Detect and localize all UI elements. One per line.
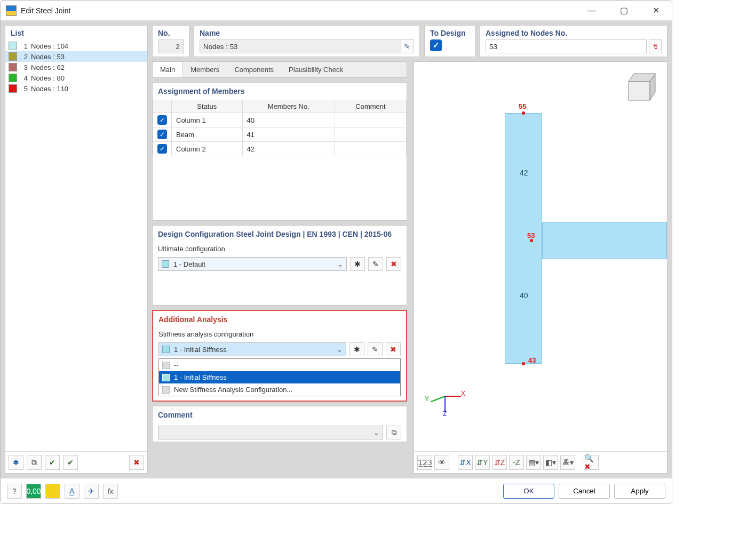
stiffness-config-value: 1 - Initial Siffness — [174, 346, 227, 354]
list-item-label: Nodes : 53 — [31, 53, 65, 61]
units-icon[interactable]: 0,00 — [26, 484, 41, 499]
ultimate-config-combo[interactable]: 1 - Default ⌄ — [158, 257, 347, 271]
design-config-header: Design Configuration Steel Joint Design … — [153, 226, 407, 243]
help-icon[interactable]: ? — [7, 484, 22, 499]
text-style-icon[interactable]: A̲ — [65, 484, 80, 499]
color-icon[interactable] — [45, 484, 60, 499]
dropdown-option[interactable]: -- — [159, 359, 400, 371]
list-item[interactable]: 2 Nodes : 53 — [5, 51, 147, 62]
window-title: Edit Steel Joint — [21, 6, 70, 15]
toolbar-cube-icon[interactable]: ◧▾ — [543, 455, 558, 470]
dropdown-option[interactable]: 1 - Initial Siffness — [159, 371, 400, 383]
toolbar-view-y-icon[interactable]: ⇵Y — [475, 455, 490, 470]
toolbar-zoom-reset-icon[interactable]: 🔍✖ — [584, 455, 599, 470]
delete-config-icon[interactable]: ✖ — [386, 257, 401, 271]
combo-swatch-icon — [162, 260, 169, 268]
option-label: 1 - Initial Siffness — [174, 373, 227, 381]
cell-status: Beam — [172, 127, 243, 142]
node-dot — [522, 362, 525, 365]
cancel-button[interactable]: Cancel — [559, 484, 610, 499]
footer: ? 0,00 A̲ ✈ fx OK Cancel Apply — [1, 478, 672, 503]
apply-button[interactable]: Apply — [614, 484, 665, 499]
row-checkbox[interactable]: ✓ — [157, 130, 167, 139]
toolbar-layers-icon[interactable]: ▤▾ — [526, 455, 541, 470]
model-canvas[interactable]: 55 53 43 42 40 X Y — [414, 62, 667, 451]
fx-icon[interactable]: fx — [103, 484, 118, 499]
list-item-index: 2 — [20, 53, 28, 61]
table-row[interactable]: ✓ Column 2 42 — [153, 142, 407, 156]
rename-icon[interactable]: ✎ — [401, 39, 414, 53]
to-design-checkbox[interactable]: ✓ — [430, 39, 442, 51]
comment-combo[interactable]: ⌄ — [158, 426, 383, 439]
check-green-1-icon[interactable]: ✔ — [45, 455, 60, 470]
tab-members[interactable]: Members — [183, 62, 227, 77]
members-header: Assignment of Members — [153, 83, 407, 100]
list-item-label: Nodes : 110 — [31, 85, 68, 93]
new-stiffness-icon[interactable]: ✱ — [349, 342, 364, 356]
option-label: New Stiffness Analysis Configuration... — [174, 386, 292, 394]
row-checkbox[interactable]: ✓ — [157, 115, 167, 125]
node-label-top: 55 — [519, 102, 526, 110]
send-icon[interactable]: ✈ — [84, 484, 99, 499]
pick-node-icon[interactable]: ↯ — [649, 39, 662, 53]
list-item-label: Nodes : 80 — [31, 74, 65, 82]
option-label: -- — [174, 361, 179, 369]
color-swatch-icon — [9, 84, 17, 93]
close-button[interactable]: ✕ — [645, 5, 666, 15]
comment-copy-icon[interactable]: ⧉ — [386, 426, 401, 439]
title-bar: Edit Steel Joint — ▢ ✕ — [1, 1, 672, 21]
edit-config-icon[interactable]: ✎ — [368, 257, 383, 271]
toolbar-eye-icon[interactable]: 👁 — [434, 455, 449, 470]
members-col-header: Comment — [335, 100, 407, 113]
cell-status: Column 1 — [172, 113, 243, 127]
ok-button[interactable]: OK — [503, 484, 554, 499]
toolbar-view-x-icon[interactable]: ⇵X — [458, 455, 473, 470]
color-swatch-icon — [9, 42, 17, 50]
minimize-button[interactable]: — — [581, 6, 602, 15]
svg-rect-1 — [629, 82, 650, 100]
edit-stiffness-icon[interactable]: ✎ — [368, 342, 383, 356]
toolbar-view-z-icon[interactable]: ⇵Z — [492, 455, 507, 470]
list-item[interactable]: 5 Nodes : 110 — [5, 83, 147, 94]
copy-item-icon[interactable]: ⧉ — [27, 455, 42, 470]
table-row[interactable]: ✓ Column 1 40 — [153, 113, 407, 127]
row-checkbox[interactable]: ✓ — [157, 144, 167, 154]
toolbar-numbering-icon[interactable]: 1̲2̲3̲ — [417, 455, 432, 470]
node-label-mid: 53 — [527, 231, 535, 239]
members-col-header: Status — [172, 100, 243, 113]
tab-plausibility-check[interactable]: Plausibility Check — [281, 62, 351, 77]
table-row[interactable]: ✓ Beam 41 — [153, 127, 407, 142]
orientation-cube-icon[interactable] — [623, 68, 661, 106]
stiffness-config-combo[interactable]: 1 - Initial Siffness ⌄ — [158, 342, 346, 356]
member-column — [505, 113, 542, 364]
model-view-panel: 55 53 43 42 40 X Y — [414, 61, 667, 474]
list-item[interactable]: 3 Nodes : 62 — [5, 62, 147, 73]
delete-stiffness-icon[interactable]: ✖ — [386, 342, 401, 356]
members-col-header — [153, 100, 172, 113]
members-section: Assignment of Members StatusMembers No.C… — [152, 82, 407, 221]
to-design-label: To Design — [430, 29, 470, 37]
name-input[interactable] — [200, 39, 401, 53]
stiffness-sublabel: Stiffness analysis configuration — [153, 328, 406, 340]
comment-section: Comment ⌄ ⧉ — [152, 406, 407, 442]
delete-item-icon[interactable]: ✖ — [129, 455, 144, 470]
tab-main[interactable]: Main — [153, 62, 183, 77]
option-swatch-icon — [162, 362, 170, 369]
list-item[interactable]: 4 Nodes : 80 — [5, 73, 147, 83]
toolbar-view-negz-icon[interactable]: -Z — [509, 455, 524, 470]
maximize-button[interactable]: ▢ — [613, 5, 634, 15]
no-input[interactable] — [158, 39, 184, 53]
check-green-2-icon[interactable]: ✔ — [63, 455, 78, 470]
dropdown-option[interactable]: New Stiffness Analysis Configuration... — [159, 383, 400, 396]
list-item[interactable]: 1 Nodes : 104 — [5, 41, 147, 51]
list-item-index: 5 — [20, 85, 28, 93]
members-table: StatusMembers No.Comment✓ Column 1 40 ✓ … — [153, 100, 407, 156]
cell-comment — [335, 113, 407, 127]
assigned-nodes-input[interactable] — [486, 39, 647, 53]
toolbar-print-icon[interactable]: 🖶▾ — [560, 455, 575, 470]
tab-components[interactable]: Components — [227, 62, 281, 77]
no-box: No. — [152, 25, 189, 57]
new-config-icon[interactable]: ✱ — [350, 257, 365, 271]
cell-status: Column 2 — [172, 142, 243, 156]
new-item-icon[interactable]: ✱ — [9, 455, 23, 470]
